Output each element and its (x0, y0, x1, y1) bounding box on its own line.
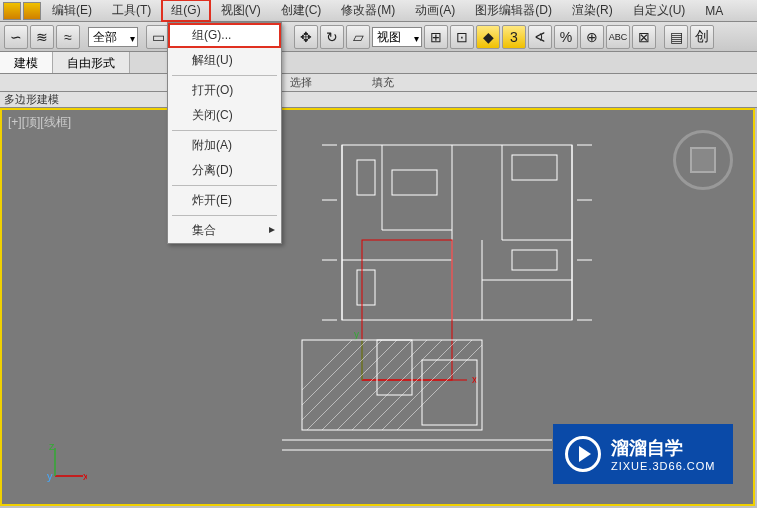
tab-freeform[interactable]: 自由形式 (53, 52, 130, 73)
menu-group[interactable]: 组(G) (161, 0, 210, 22)
svg-line-32 (337, 340, 427, 430)
svg-line-30 (307, 340, 397, 430)
svg-rect-24 (362, 240, 452, 380)
play-icon (565, 436, 601, 472)
label-select: 选择 (290, 75, 312, 90)
menu-separator (172, 215, 277, 216)
svg-line-39 (302, 340, 352, 390)
svg-rect-41 (422, 360, 477, 425)
transform-icon[interactable]: ⊞ (424, 25, 448, 49)
svg-text:x: x (472, 374, 477, 385)
axis-gizmo: x z y (47, 444, 87, 484)
svg-rect-29 (302, 340, 482, 430)
bind-icon[interactable]: ≈ (56, 25, 80, 49)
menu-graph-editor[interactable]: 图形编辑器(D) (465, 0, 562, 22)
pivot-icon[interactable]: ⊡ (450, 25, 474, 49)
spinner-snap-icon[interactable]: ⊕ (580, 25, 604, 49)
viewport-top[interactable]: [+][顶][线框] x y (0, 108, 755, 506)
layer-icon[interactable]: ▤ (664, 25, 688, 49)
main-toolbar: ∽ ≋ ≈ 全部 ▭ ✥ ↻ ▱ 视图 ⊞ ⊡ ◆ 3 ∢ % ⊕ ABC ⊠ … (0, 22, 757, 52)
svg-line-33 (352, 340, 442, 430)
menu-group-assembly[interactable]: 集合 (168, 218, 281, 243)
menu-tools[interactable]: 工具(T) (102, 0, 161, 22)
watermark: 溜溜自学 ZIXUE.3D66.COM (553, 424, 733, 484)
svg-rect-13 (512, 155, 557, 180)
menu-group-explode[interactable]: 炸开(E) (168, 188, 281, 213)
viewcube-face[interactable] (690, 147, 716, 173)
menu-group-attach[interactable]: 附加(A) (168, 133, 281, 158)
svg-text:z: z (49, 444, 55, 452)
svg-rect-0 (342, 145, 572, 320)
menu-ma[interactable]: MA (695, 1, 733, 21)
svg-rect-11 (357, 160, 375, 195)
app-icon-2[interactable] (23, 2, 41, 20)
menu-create[interactable]: 创建(C) (271, 0, 332, 22)
svg-text:x: x (83, 470, 87, 482)
move-icon[interactable]: ✥ (294, 25, 318, 49)
selection-lock-icon[interactable]: ◆ (476, 25, 500, 49)
create-icon[interactable]: 创 (690, 25, 714, 49)
app-icon[interactable] (3, 2, 21, 20)
named-sel-icon[interactable]: ABC (606, 25, 630, 49)
watermark-url: ZIXUE.3D66.COM (611, 460, 715, 472)
watermark-title: 溜溜自学 (611, 436, 715, 460)
menu-animation[interactable]: 动画(A) (405, 0, 465, 22)
menu-modifier[interactable]: 修改器(M) (331, 0, 405, 22)
ribbon-panel-label: 多边形建模 (0, 92, 757, 108)
filter-combo[interactable]: 全部 (88, 27, 138, 47)
svg-rect-14 (512, 250, 557, 270)
link-icon[interactable]: ∽ (4, 25, 28, 49)
snap-toggle-icon[interactable]: 3 (502, 25, 526, 49)
angle-snap-icon[interactable]: ∢ (528, 25, 552, 49)
view-combo[interactable]: 视图 (372, 27, 422, 47)
viewcube[interactable] (673, 130, 733, 190)
group-dropdown: 组(G)... 解组(U) 打开(O) 关闭(C) 附加(A) 分离(D) 炸开… (167, 22, 282, 244)
menu-group-open[interactable]: 打开(O) (168, 78, 281, 103)
svg-line-35 (382, 340, 472, 430)
unlink-icon[interactable]: ≋ (30, 25, 54, 49)
menu-view[interactable]: 视图(V) (211, 0, 271, 22)
percent-snap-icon[interactable]: % (554, 25, 578, 49)
svg-text:y: y (47, 470, 53, 482)
scale-icon[interactable]: ▱ (346, 25, 370, 49)
ribbon-labels: 选择 填充 (0, 74, 757, 92)
menu-render[interactable]: 渲染(R) (562, 0, 623, 22)
svg-rect-12 (357, 270, 375, 305)
svg-line-31 (322, 340, 412, 430)
svg-rect-15 (392, 170, 437, 195)
menu-group-detach[interactable]: 分离(D) (168, 158, 281, 183)
svg-line-38 (302, 340, 367, 405)
menu-separator (172, 130, 277, 131)
menu-separator (172, 185, 277, 186)
rotate-icon[interactable]: ↻ (320, 25, 344, 49)
svg-rect-40 (377, 340, 412, 395)
menu-edit[interactable]: 编辑(E) (42, 0, 102, 22)
svg-text:y: y (354, 329, 359, 340)
menu-bar: 编辑(E) 工具(T) 组(G) 视图(V) 创建(C) 修改器(M) 动画(A… (0, 0, 757, 22)
viewport-label[interactable]: [+][顶][线框] (8, 114, 71, 131)
mirror-icon[interactable]: ⊠ (632, 25, 656, 49)
menu-group-create[interactable]: 组(G)... (168, 23, 281, 48)
label-fill: 填充 (372, 75, 394, 90)
menu-customize[interactable]: 自定义(U) (623, 0, 696, 22)
menu-group-ungroup[interactable]: 解组(U) (168, 48, 281, 73)
menu-separator (172, 75, 277, 76)
menu-group-close[interactable]: 关闭(C) (168, 103, 281, 128)
ribbon-tabs: 建模 自由形式 (0, 52, 757, 74)
tab-modeling[interactable]: 建模 (0, 52, 53, 73)
